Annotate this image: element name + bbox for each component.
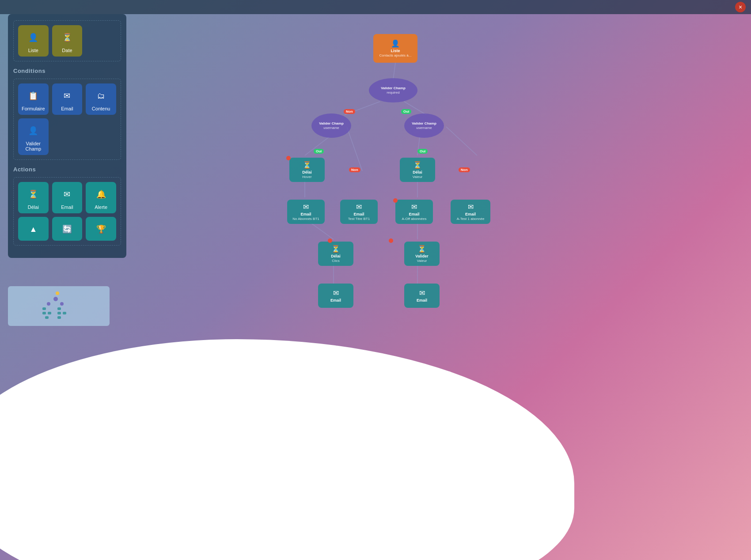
- mini-map-inner: [39, 291, 79, 322]
- date-label: Date: [62, 48, 72, 53]
- red-dot-delai3: [328, 238, 332, 243]
- email-cond-icon: ✉: [59, 88, 75, 104]
- flow-canvas[interactable]: 👤 Liste Contacts ajoutés à... Valider Ch…: [128, 14, 751, 560]
- action4-icon: ▲: [25, 221, 41, 237]
- svg-line-6: [446, 127, 477, 155]
- mm-node-e3: [57, 312, 61, 314]
- trigger-date[interactable]: ⏳ Date: [52, 25, 83, 57]
- cond3-node[interactable]: Valider Champ username: [404, 114, 444, 138]
- sidebar: 👤 Liste ⏳ Date Conditions 📋 Formulaire ✉…: [8, 14, 126, 258]
- mm-node-d1: [42, 307, 46, 310]
- formulaire-label: Formulaire: [22, 106, 45, 111]
- action-4[interactable]: ▲: [18, 217, 49, 241]
- badge-oui-1: Oui: [401, 109, 411, 114]
- contenu-icon: 🗂: [93, 88, 109, 104]
- badge-oui-2: Oui: [314, 149, 324, 154]
- mm-node-d3: [45, 316, 49, 319]
- mm-node-d2: [57, 307, 61, 310]
- badge-non-1: Non: [344, 109, 355, 114]
- close-button[interactable]: ×: [735, 2, 746, 12]
- cond2-node[interactable]: Valider Champ username: [311, 114, 351, 138]
- delai3-node[interactable]: ⏳ Délai Clics: [318, 242, 353, 266]
- alerte-label: Alerte: [95, 204, 107, 210]
- liste-label: Liste: [28, 48, 38, 53]
- badge-oui-3: Oui: [417, 149, 428, 154]
- valider1-node[interactable]: ⏳ Valider Valeur: [404, 242, 440, 266]
- actions-section-label: Actions: [13, 166, 121, 173]
- action-6[interactable]: 🏆: [86, 217, 116, 241]
- email-action-label: Email: [61, 204, 73, 210]
- svg-line-0: [393, 63, 395, 79]
- trigger-liste[interactable]: 👤 Liste: [18, 25, 49, 57]
- condition-valider-champ[interactable]: 👤 Valider Champ: [18, 118, 49, 155]
- email4-node[interactable]: ✉ Email A-Test 1 abonnée: [451, 200, 490, 224]
- action6-icon: 🏆: [93, 221, 109, 237]
- action-5[interactable]: 🔄: [52, 217, 83, 241]
- formulaire-icon: 📋: [25, 88, 41, 104]
- valider-champ-label: Valider Champ: [21, 141, 46, 151]
- liste-icon: 👤: [25, 30, 41, 45]
- action5-icon: 🔄: [59, 221, 75, 237]
- email1-node[interactable]: ✉ Email No Abonnés BT1: [287, 200, 325, 224]
- condition-email[interactable]: ✉ Email: [52, 83, 83, 115]
- delai-label: Délai: [28, 204, 39, 210]
- mm-node-cond1: [53, 297, 58, 301]
- mm-node-e4: [63, 312, 66, 314]
- action-delai[interactable]: ⏳ Délai: [18, 182, 49, 213]
- conditions-section-label: Conditions: [13, 68, 121, 74]
- red-dot-valider1: [389, 238, 393, 243]
- delai1-node[interactable]: ⏳ Délai Hover: [289, 158, 325, 182]
- condition-formulaire[interactable]: 📋 Formulaire: [18, 83, 49, 115]
- red-dot-delai1: [286, 156, 291, 160]
- mm-node-v1: [57, 316, 61, 319]
- svg-line-4: [347, 127, 362, 171]
- mm-node-e2: [48, 312, 51, 314]
- mm-node-cond3: [60, 302, 64, 306]
- mm-node-e1: [42, 312, 46, 314]
- email5-node[interactable]: ✉ Email: [318, 284, 353, 308]
- conditions-grid: 📋 Formulaire ✉ Email 🗂 Contenu 👤 Valider…: [13, 79, 121, 160]
- actions-grid: ⏳ Délai ✉ Email 🔔 Alerte ▲ 🔄 🏆: [13, 177, 121, 246]
- contenu-label: Contenu: [92, 106, 110, 111]
- connections-svg: [128, 14, 751, 560]
- email3-node[interactable]: ✉ Email A-Off abonnées: [395, 200, 433, 224]
- action-alerte[interactable]: 🔔 Alerte: [86, 182, 116, 213]
- email-cond-label: Email: [61, 106, 73, 111]
- mm-node-cond2: [47, 302, 50, 306]
- mini-map: [8, 286, 110, 326]
- top-bar: ×: [0, 0, 751, 14]
- red-dot-email3: [393, 198, 398, 203]
- date-icon: ⏳: [59, 30, 75, 45]
- mm-node-trigger: [56, 291, 59, 295]
- valider-champ-icon: 👤: [25, 123, 41, 139]
- badge-non-2: Non: [349, 167, 360, 172]
- email6-node[interactable]: ✉ Email: [404, 284, 440, 308]
- alerte-icon: 🔔: [93, 186, 109, 202]
- cond1-node[interactable]: Valider Champ required: [369, 78, 417, 102]
- action-email[interactable]: ✉ Email: [52, 182, 83, 213]
- condition-contenu[interactable]: 🗂 Contenu: [86, 83, 116, 115]
- delai2-node[interactable]: ⏳ Délai Valeur: [400, 158, 435, 182]
- delai-icon: ⏳: [25, 186, 41, 202]
- triggers-grid: 👤 Liste ⏳ Date: [13, 20, 121, 61]
- trigger-node[interactable]: 👤 Liste Contacts ajoutés à...: [373, 34, 417, 63]
- badge-non-3: Non: [459, 167, 470, 172]
- email-action-icon: ✉: [59, 186, 75, 202]
- email2-node[interactable]: ✉ Email Test Titre BT1: [340, 200, 378, 224]
